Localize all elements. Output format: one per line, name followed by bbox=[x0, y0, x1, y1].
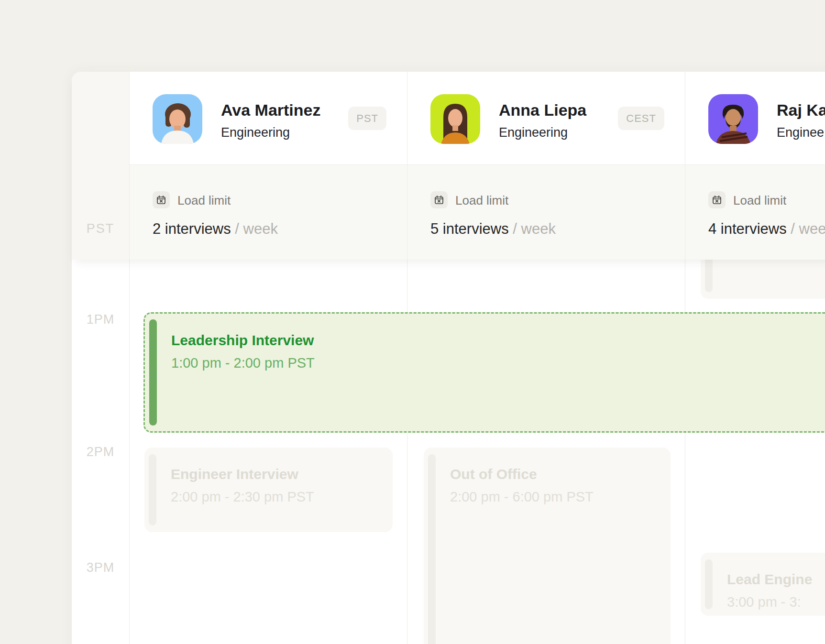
event-accent-bar bbox=[149, 319, 157, 426]
event-lead-engineer-interview[interactable]: Lead Engine 3:00 pm - 3: bbox=[701, 553, 825, 616]
calendar-x-icon bbox=[708, 191, 726, 208]
timezone-badge: CEST bbox=[618, 107, 664, 130]
event-accent-bar bbox=[149, 454, 156, 525]
load-limit-unit: / week bbox=[513, 220, 556, 237]
timezone-badge: PST bbox=[348, 107, 386, 130]
scheduler-header: PST Ava Martinez Engineering PST bbox=[72, 72, 825, 260]
event-time: 2:00 pm - 2:30 pm PST bbox=[171, 489, 383, 505]
event-time: 3:00 pm - 3: bbox=[727, 594, 825, 610]
person-name: Anna Liepa bbox=[499, 101, 586, 120]
person-header-anna-liepa: Anna Liepa Engineering CEST bbox=[407, 72, 685, 164]
calendar-x-icon bbox=[153, 191, 170, 208]
person-header-ava-martinez: Ava Martinez Engineering PST bbox=[129, 72, 407, 164]
load-limit-cell: Load limit 5 interviews / week bbox=[407, 164, 685, 260]
event-engineer-interview[interactable]: Engineer Interview 2:00 pm - 2:30 pm PST bbox=[144, 448, 393, 532]
event-title: Lead Engine bbox=[727, 571, 825, 588]
load-limit-label: Load limit bbox=[733, 193, 786, 208]
person-department: Engineering bbox=[221, 125, 290, 140]
load-limit-value: 2 interviews / week bbox=[153, 220, 278, 238]
load-limit-count: 5 interviews bbox=[430, 220, 509, 237]
avatar bbox=[153, 94, 202, 144]
event-out-of-office[interactable]: Out of Office 2:00 pm - 6:00 pm PST bbox=[424, 448, 671, 644]
load-limit-label: Load limit bbox=[455, 193, 508, 208]
time-label-3pm: 3PM bbox=[72, 560, 129, 575]
load-limit-cell: Load limit 2 interviews / week bbox=[129, 164, 407, 260]
load-limit-value: 5 interviews / week bbox=[430, 220, 556, 238]
avatar bbox=[708, 94, 758, 144]
avatar bbox=[430, 94, 480, 144]
load-limit-unit: / week bbox=[235, 220, 278, 237]
load-limit-label: Load limit bbox=[177, 193, 231, 208]
calendar-x-icon bbox=[430, 191, 448, 208]
time-label-1pm: 1PM bbox=[72, 312, 129, 327]
event-leadership-interview[interactable]: Leadership Interview 1:00 pm - 2:00 pm P… bbox=[143, 312, 825, 433]
person-department: Enginee bbox=[777, 125, 824, 140]
event-time: 2:00 pm - 6:00 pm PST bbox=[450, 489, 661, 505]
event-time: 1:00 pm - 2:00 pm PST bbox=[171, 355, 825, 371]
event-accent-bar bbox=[428, 454, 436, 644]
scheduler-card: 1PM 2PM 3PM Leadership Interview 1:00 pm… bbox=[72, 72, 825, 644]
load-limit-count: 2 interviews bbox=[153, 220, 231, 237]
event-title: Leadership Interview bbox=[171, 332, 825, 349]
load-limit-value: 4 interviews / week bbox=[708, 220, 825, 238]
person-name: Ava Martinez bbox=[221, 101, 320, 120]
event-accent-bar bbox=[705, 559, 713, 609]
person-name: Raj Ka bbox=[777, 101, 825, 120]
load-limit-count: 4 interviews bbox=[708, 220, 787, 237]
time-label-2pm: 2PM bbox=[72, 445, 129, 459]
load-limit-unit: / week bbox=[791, 220, 825, 237]
person-header-raj: Raj Ka Enginee bbox=[685, 72, 825, 164]
load-limit-cell: Load limit 4 interviews / week bbox=[685, 164, 825, 260]
event-title: Engineer Interview bbox=[171, 466, 383, 483]
event-title: Out of Office bbox=[450, 466, 661, 483]
gutter-timezone-label: PST bbox=[72, 221, 129, 236]
person-department: Engineering bbox=[499, 125, 568, 140]
